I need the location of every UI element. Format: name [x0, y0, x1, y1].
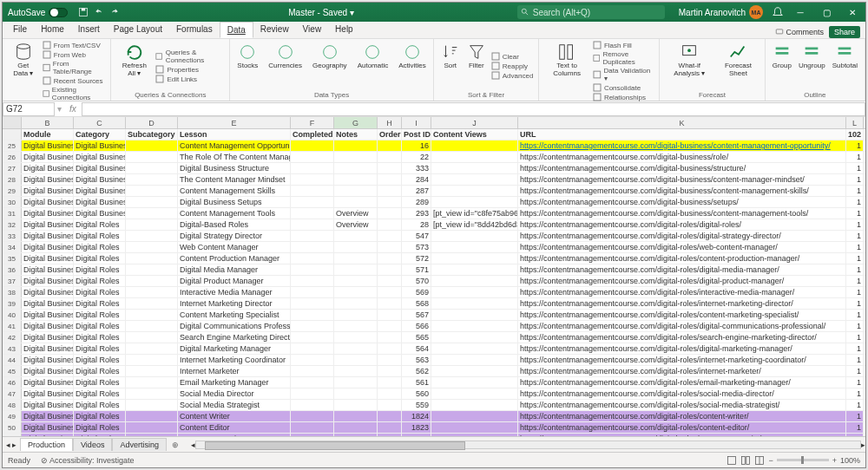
cell[interactable]: 1	[846, 411, 864, 421]
select-all-corner[interactable]	[3, 117, 22, 128]
cell[interactable]: 572	[402, 253, 431, 264]
ribbon-item-recent-sources[interactable]: Recent Sources	[43, 76, 106, 85]
cell[interactable]	[378, 264, 402, 275]
cell[interactable]	[291, 321, 334, 331]
cell[interactable]	[334, 242, 378, 252]
undo-icon[interactable]	[94, 7, 104, 17]
cell[interactable]	[431, 343, 518, 354]
cell[interactable]	[291, 343, 334, 354]
cell[interactable]: 1	[846, 321, 864, 331]
cell[interactable]	[126, 422, 178, 433]
close-button[interactable]: ✕	[839, 3, 865, 22]
cell[interactable]	[126, 400, 178, 410]
cell[interactable]: Digital Roles	[74, 377, 126, 388]
cell[interactable]	[334, 276, 378, 286]
col-header-F[interactable]: F	[291, 117, 334, 128]
cell[interactable]: Digital Business	[22, 377, 74, 388]
cell[interactable]: [pt_view id="8dd42bd6d3"]	[431, 219, 518, 230]
cell[interactable]: 1	[846, 242, 864, 252]
cell[interactable]: Digital Roles	[74, 264, 126, 275]
cell[interactable]: https://contentmanagementcourse.com/digi…	[518, 343, 846, 354]
cell[interactable]	[126, 298, 178, 309]
cell[interactable]: Social Media Director	[178, 388, 291, 399]
row-header[interactable]: 39	[3, 298, 22, 309]
cell[interactable]	[126, 219, 178, 230]
cell[interactable]	[291, 310, 334, 320]
cell[interactable]: Digital Marketing Manager	[178, 343, 291, 354]
cell[interactable]	[431, 186, 518, 196]
cell[interactable]	[334, 422, 378, 433]
tab-help[interactable]: Help	[328, 22, 360, 38]
cell[interactable]	[378, 377, 402, 388]
cell[interactable]	[378, 422, 402, 433]
cell[interactable]	[291, 332, 334, 343]
col-header-K[interactable]: K	[518, 117, 846, 128]
row-header[interactable]: 49	[3, 411, 22, 421]
cell[interactable]	[126, 355, 178, 365]
col-header-D[interactable]: D	[126, 117, 178, 128]
cell[interactable]: Content Management Opportunity	[178, 140, 291, 151]
cell[interactable]	[126, 264, 178, 275]
tab-home[interactable]: Home	[34, 22, 71, 38]
cell[interactable]	[334, 388, 378, 399]
cell[interactable]: Social Media Strategist	[178, 400, 291, 410]
cell[interactable]: Digital Business	[22, 140, 74, 151]
cell[interactable]: 569	[402, 287, 431, 297]
refresh-all-button[interactable]: Refresh All ▾	[116, 41, 152, 91]
cell[interactable]	[126, 276, 178, 286]
cell[interactable]: https://contentmanagementcourse.com/digi…	[518, 276, 846, 286]
cell[interactable]	[431, 197, 518, 207]
cell[interactable]: 1	[846, 163, 864, 173]
cell[interactable]	[126, 388, 178, 399]
cell[interactable]: The Role Of The Content Manager	[178, 152, 291, 162]
cell[interactable]: Digital Business Structure	[178, 163, 291, 173]
cell[interactable]	[126, 242, 178, 252]
cell[interactable]: Internet Marketing Director	[178, 298, 291, 309]
datatype-automatic[interactable]: Automatic	[356, 41, 391, 72]
whatif-button[interactable]: What-if Analysis ▾	[665, 41, 713, 91]
cell[interactable]: Digital Business	[74, 208, 126, 219]
col-header-C[interactable]: C	[74, 117, 126, 128]
cell[interactable]	[378, 186, 402, 196]
cell[interactable]: https://contentmanagementcourse.com/digi…	[518, 264, 846, 275]
cell[interactable]	[291, 208, 334, 219]
cell[interactable]: [pt_view id="c8fe75ab96"]	[431, 208, 518, 219]
cell[interactable]: 293	[402, 208, 431, 219]
cell[interactable]: https://contentmanagementcourse.com/digi…	[518, 174, 846, 185]
cell[interactable]: 1	[846, 422, 864, 433]
row-header[interactable]: 35	[3, 253, 22, 264]
cell[interactable]: Digital Roles	[74, 434, 126, 436]
cell[interactable]: Digital Business	[22, 242, 74, 252]
cell[interactable]: Email Marketing Manager	[178, 377, 291, 388]
column-heading[interactable]: Category	[74, 129, 126, 140]
cell[interactable]	[126, 186, 178, 196]
cell[interactable]: Interactive Media Manager	[178, 287, 291, 297]
ribbon-item-properties[interactable]: Properties	[155, 65, 224, 74]
cell[interactable]	[431, 242, 518, 252]
cell[interactable]: Digital Communications Professional	[178, 321, 291, 331]
zoom-in[interactable]: +	[832, 456, 837, 465]
cell[interactable]: Digital Business	[74, 140, 126, 151]
cell[interactable]	[126, 163, 178, 173]
cell[interactable]: 1	[846, 400, 864, 410]
cell[interactable]	[126, 287, 178, 297]
ribbon-item-reapply[interactable]: Reapply	[491, 62, 534, 70]
cell[interactable]: https://contentmanagementcourse.com/digi…	[518, 253, 846, 264]
column-heading[interactable]: Post ID	[402, 129, 431, 140]
cell[interactable]: Overview	[334, 208, 378, 219]
cell[interactable]: 1	[846, 276, 864, 286]
ribbon-item-edit-links[interactable]: Edit Links	[155, 75, 224, 83]
cell[interactable]	[431, 355, 518, 365]
col-header-I[interactable]: I	[402, 117, 431, 128]
cell[interactable]: https://contentmanagementcourse.com/digi…	[518, 366, 846, 376]
view-layout-icon[interactable]	[740, 455, 751, 466]
cell[interactable]	[291, 264, 334, 275]
cell[interactable]: 1	[846, 208, 864, 219]
redo-icon[interactable]	[109, 7, 120, 17]
cell[interactable]	[291, 242, 334, 252]
ribbon-item-from-web[interactable]: From Web	[43, 50, 106, 59]
cell[interactable]: 1	[846, 332, 864, 343]
cell[interactable]: 560	[402, 388, 431, 399]
cell[interactable]: Digital Business	[22, 422, 74, 433]
cell[interactable]	[431, 434, 518, 436]
